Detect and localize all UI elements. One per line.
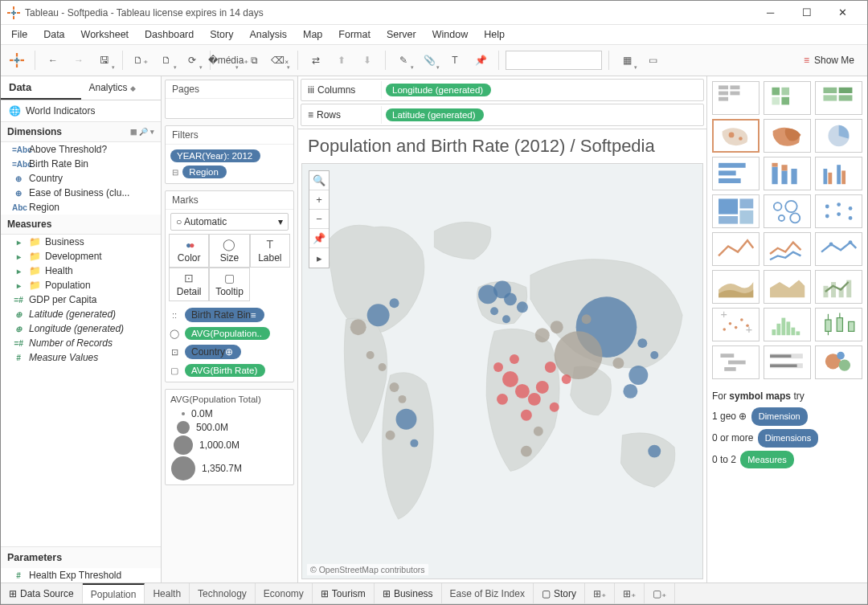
field-ease-of-business[interactable]: ⊕Ease of Business (clu...: [1, 186, 161, 200]
chart-type-hbar[interactable]: [712, 157, 760, 190]
folder-business[interactable]: ▸📁Business: [1, 235, 161, 249]
chart-type-dual-combination[interactable]: [815, 270, 862, 304]
redo-button[interactable]: →: [68, 49, 90, 72]
marks-type-dropdown[interactable]: ○ Automatic▾: [170, 213, 289, 231]
filter-pill-region[interactable]: Region: [182, 166, 226, 178]
folder-development[interactable]: ▸📁Development: [1, 249, 161, 264]
field-measure-values[interactable]: #Measure Values: [1, 350, 161, 365]
sheet-tab-story[interactable]: ▢Story: [534, 583, 585, 603]
new-worksheet-tab[interactable]: ⊞₊: [585, 583, 615, 603]
map-pin-button[interactable]: 📌: [309, 229, 329, 248]
chart-type-line-discrete[interactable]: [764, 232, 811, 266]
chart-type-side-by-side-bar[interactable]: [815, 157, 862, 190]
field-latitude[interactable]: ⊕Latitude (generated): [1, 307, 161, 321]
new-story-tab[interactable]: ▢₊: [645, 583, 675, 603]
map-zoom-out-button[interactable]: −: [309, 210, 329, 229]
marks-label[interactable]: TLabel: [250, 234, 290, 268]
filter-pill-year[interactable]: YEAR(Year): 2012: [170, 149, 260, 162]
param-health-exp-threshold[interactable]: #Health Exp Threshold: [1, 568, 161, 583]
menu-file[interactable]: File: [4, 27, 35, 43]
menu-window[interactable]: Window: [425, 27, 475, 43]
tableau-icon[interactable]: [6, 49, 28, 72]
pause-updates-button[interactable]: 🗋: [155, 49, 178, 72]
mark-pill-avg-birth-rate[interactable]: AVG(Birth Rate): [185, 364, 265, 377]
map-search-button[interactable]: 🔍: [309, 171, 329, 190]
group-button[interactable]: 📎: [418, 49, 440, 72]
chart-type-bullet[interactable]: [764, 345, 811, 379]
fit-dropdown[interactable]: [506, 51, 602, 70]
columns-pill-longitude[interactable]: Longitude (generated): [386, 84, 491, 96]
map-visualization[interactable]: 🔍 + − 📌 ▸ © OpenStreetMap contributors: [301, 163, 703, 579]
save-button[interactable]: 🖫: [93, 49, 116, 72]
pin-button[interactable]: 📌: [469, 49, 492, 72]
sheet-tab-health[interactable]: Health: [145, 583, 190, 603]
menu-data[interactable]: Data: [36, 27, 72, 43]
tab-data-source[interactable]: ⊞Data Source: [1, 583, 83, 603]
new-worksheet-button[interactable]: �média₊: [217, 49, 240, 72]
tab-analytics[interactable]: Analytics ◆: [81, 76, 162, 100]
close-button[interactable]: ✕: [825, 1, 861, 25]
menu-worksheet[interactable]: Worksheet: [74, 27, 137, 43]
folder-health[interactable]: ▸📁Health: [1, 264, 161, 278]
field-gdp-per-capita[interactable]: =#GDP per Capita: [1, 292, 161, 307]
sheet-tab-economy[interactable]: Economy: [256, 583, 313, 603]
sort-asc-button[interactable]: ⬆: [330, 49, 353, 72]
chart-type-stacked-bar[interactable]: [764, 157, 811, 190]
highlight-button[interactable]: ✎: [392, 49, 415, 72]
field-birth-rate-bin[interactable]: =AbcBirth Rate Bin: [1, 157, 161, 171]
chart-type-text-table[interactable]: [712, 81, 760, 115]
menu-map[interactable]: Map: [296, 27, 330, 43]
sheet-tab-technology[interactable]: Technology: [190, 583, 256, 603]
menu-help[interactable]: Help: [477, 27, 512, 43]
chart-type-circle-views[interactable]: [764, 194, 811, 228]
sheet-tab-business[interactable]: ⊞Business: [375, 583, 442, 603]
new-dashboard-tab[interactable]: ⊞₊: [615, 583, 645, 603]
chart-type-symbol-map[interactable]: [712, 119, 760, 153]
mark-pill-birth-rate-bin[interactable]: Birth Rate Bin ≡: [185, 308, 264, 322]
new-datasource-button[interactable]: 🗋₊: [129, 49, 152, 72]
show-me-button[interactable]: ≡Show Me: [796, 55, 862, 66]
chart-type-pie[interactable]: [815, 119, 862, 153]
folder-population[interactable]: ▸📁Population: [1, 278, 161, 292]
marks-tooltip[interactable]: ▢Tooltip: [209, 268, 249, 301]
chart-type-box-plot[interactable]: [815, 308, 862, 341]
menu-analysis[interactable]: Analysis: [242, 27, 294, 43]
chart-type-treemap[interactable]: [712, 194, 760, 228]
marks-color[interactable]: ●●Color: [169, 234, 209, 268]
chart-type-area[interactable]: [712, 270, 760, 304]
mark-pill-avg-population[interactable]: AVG(Population..: [185, 327, 270, 340]
sheet-tab-tourism[interactable]: ⊞Tourism: [313, 583, 375, 603]
field-country[interactable]: ⊕Country: [1, 171, 161, 186]
field-region[interactable]: AbcRegion: [1, 200, 161, 215]
chart-type-line-continuous[interactable]: [712, 232, 760, 266]
sheet-tab-ease-of-biz[interactable]: Ease of Biz Index: [442, 583, 534, 603]
chart-type-filled-map[interactable]: [764, 119, 811, 153]
clear-button[interactable]: ⌫ₓ: [268, 49, 291, 72]
refresh-button[interactable]: ⟳: [181, 49, 203, 72]
marks-size[interactable]: ◯Size: [209, 234, 249, 268]
datasource-name[interactable]: 🌐World Indicators: [1, 100, 161, 122]
swap-button[interactable]: ⇄: [305, 49, 327, 72]
cards-button[interactable]: ▦: [616, 49, 638, 72]
sort-desc-button[interactable]: ⬇: [356, 49, 379, 72]
menu-story[interactable]: Story: [203, 27, 240, 43]
map-tools-button[interactable]: ▸: [309, 248, 329, 268]
size-legend[interactable]: AVG(Population Total) 0.0M 500.0M 1,000.…: [165, 389, 294, 485]
maximize-button[interactable]: ☐: [788, 1, 825, 25]
undo-button[interactable]: ←: [42, 49, 64, 72]
mark-pill-country[interactable]: Country ⊕: [185, 345, 241, 359]
chart-type-side-by-side-circles[interactable]: [815, 194, 862, 228]
minimize-button[interactable]: ─: [752, 1, 788, 25]
rows-shelf[interactable]: ≡RowsLatitude (generated): [301, 104, 704, 126]
chart-type-area-discrete[interactable]: [764, 270, 811, 304]
menu-dashboard[interactable]: Dashboard: [137, 27, 201, 43]
labels-button[interactable]: T: [444, 49, 466, 72]
chart-type-heatmap[interactable]: [764, 81, 811, 115]
viz-title[interactable]: Population and Birth Rate (2012) / Softp…: [298, 129, 706, 160]
marks-detail[interactable]: ⊡Detail: [169, 268, 209, 301]
presentation-button[interactable]: ▭: [641, 49, 664, 72]
menu-server[interactable]: Server: [379, 27, 424, 43]
chart-type-scatter[interactable]: ++: [712, 308, 760, 341]
pages-shelf[interactable]: Pages: [165, 80, 294, 119]
chart-type-packed-bubbles[interactable]: [815, 345, 862, 379]
